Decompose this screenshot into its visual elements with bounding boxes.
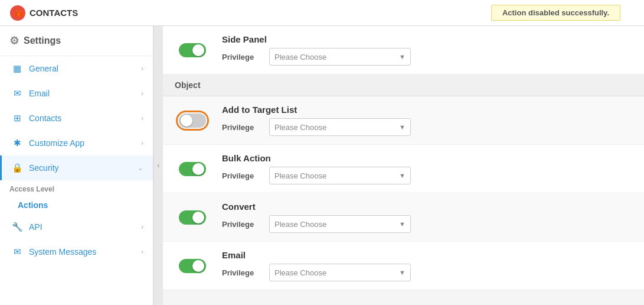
action-row-bulk-action: Bulk Action Privilege Please Choose ▼ (163, 145, 644, 193)
action-title-email: Email (222, 250, 632, 260)
privilege-row-add-target: Privilege Please Choose ▼ (222, 118, 632, 136)
dropdown-arrow-convert: ▼ (399, 220, 406, 228)
action-info-add-target: Add to Target List Privilege Please Choo… (222, 105, 632, 136)
content-area: Side Panel Privilege Please Choose ▼ Obj… (163, 26, 644, 305)
privilege-value-side-panel: Please Choose (274, 53, 326, 61)
sidebar-item-general[interactable]: ▦ General › (0, 56, 153, 81)
app-logo-icon: 🦀 (9, 5, 26, 21)
app-logo: 🦀 CONTACTS (9, 5, 78, 21)
nav-label-email: Email (29, 89, 141, 98)
chevron-security: ⌄ (138, 164, 143, 172)
toggle-bulk-action[interactable] (179, 162, 206, 176)
privilege-select-email[interactable]: Please Choose ▼ (269, 264, 411, 281)
action-row-add-to-target-list: Add to Target List Privilege Please Choo… (163, 96, 644, 145)
nav-label-api: API (29, 222, 141, 232)
dropdown-arrow-bulk-action: ▼ (399, 172, 406, 179)
wrench-icon: ✱ (11, 137, 23, 149)
action-row-side-panel: Side Panel Privilege Please Choose ▼ (163, 26, 644, 74)
sidebar-subitem-actions[interactable]: Actions (0, 196, 153, 215)
toggle-knob-email (192, 260, 204, 272)
toggle-knob-convert (192, 212, 204, 223)
settings-header: ⚙ Settings (0, 26, 153, 56)
app-name: CONTACTS (30, 8, 78, 18)
privilege-label-convert: Privilege (222, 220, 263, 229)
gear-icon: ⚙ (9, 34, 19, 47)
chevron-contacts: › (141, 114, 143, 122)
privilege-value-add-target: Please Choose (274, 123, 326, 132)
action-row-convert: Convert Privilege Please Choose ▼ (163, 193, 644, 242)
notification-text: Action disabled successfully. (502, 8, 609, 17)
toggle-knob-add-target (181, 115, 192, 126)
toggle-area-email (175, 259, 210, 273)
toggle-side-panel[interactable] (179, 43, 206, 57)
sidebar-item-customize-app[interactable]: ✱ Customize App › (0, 131, 153, 155)
privilege-select-side-panel[interactable]: Please Choose ▼ (269, 48, 411, 66)
sidebar-item-contacts[interactable]: ⊞ Contacts › (0, 106, 153, 131)
dropdown-arrow-add-target: ▼ (399, 124, 406, 131)
collapse-handle[interactable]: ‹ (153, 26, 163, 305)
privilege-label-add-target: Privilege (222, 123, 263, 132)
toggle-area-side-panel (175, 43, 210, 57)
sidebar-item-email[interactable]: ✉ Email › (0, 81, 153, 106)
dropdown-arrow-side-panel: ▼ (399, 53, 406, 60)
privilege-row-convert: Privilege Please Choose ▼ (222, 215, 632, 233)
nav-label-contacts: Contacts (29, 113, 141, 123)
notification-banner: Action disabled successfully. (491, 5, 620, 21)
toggle-area-bulk-action (175, 162, 210, 176)
toggle-knob-side-panel (192, 44, 204, 56)
privilege-label-side-panel: Privilege (222, 53, 263, 61)
toggle-email[interactable] (179, 259, 206, 273)
action-title-side-panel: Side Panel (222, 34, 632, 44)
chevron-system-messages: › (141, 248, 143, 256)
access-level-label: Access Level (0, 180, 153, 196)
nav-label-security: Security (29, 163, 138, 173)
toggle-area-add-target (175, 113, 210, 128)
toggle-convert[interactable] (179, 210, 206, 225)
action-title-convert: Convert (222, 202, 632, 212)
plug-icon: 🔧 (11, 221, 23, 233)
grid-icon: ▦ (11, 63, 23, 74)
dropdown-arrow-email: ▼ (399, 269, 406, 276)
chevron-email: › (141, 89, 143, 98)
sidebar-item-system-messages[interactable]: ✉ System Messages › (0, 239, 153, 264)
privilege-select-add-target[interactable]: Please Choose ▼ (269, 118, 411, 136)
lock-icon: 🔒 (11, 162, 23, 174)
privilege-row-email: Privilege Please Choose ▼ (222, 264, 632, 281)
privilege-value-convert: Please Choose (274, 220, 326, 229)
privilege-select-bulk-action[interactable]: Please Choose ▼ (269, 167, 411, 184)
top-bar: 🦀 CONTACTS Action disabled successfully. (0, 0, 644, 26)
privilege-value-email: Please Choose (274, 268, 326, 277)
privilege-row-bulk-action: Privilege Please Choose ▼ (222, 167, 632, 184)
action-info-side-panel: Side Panel Privilege Please Choose ▼ (222, 34, 632, 66)
chevron-customize-app: › (141, 139, 143, 147)
toggle-area-convert (175, 210, 210, 225)
nav-label-system-messages: System Messages (29, 247, 141, 257)
chevron-api: › (141, 223, 143, 231)
settings-label: Settings (24, 35, 61, 46)
privilege-select-convert[interactable]: Please Choose ▼ (269, 215, 411, 233)
table-icon: ⊞ (11, 112, 23, 124)
privilege-value-bulk-action: Please Choose (274, 171, 326, 180)
action-info-bulk-action: Bulk Action Privilege Please Choose ▼ (222, 153, 632, 184)
chevron-general: › (141, 64, 143, 73)
nav-label-customize-app: Customize App (29, 138, 141, 148)
action-title-add-target: Add to Target List (222, 105, 632, 115)
action-title-bulk-action: Bulk Action (222, 153, 632, 163)
privilege-label-bulk-action: Privilege (222, 171, 263, 180)
action-info-convert: Convert Privilege Please Choose ▼ (222, 202, 632, 233)
privilege-label-email: Privilege (222, 268, 263, 277)
sidebar-item-api[interactable]: 🔧 API › (0, 215, 153, 239)
action-info-email: Email Privilege Please Choose ▼ (222, 250, 632, 281)
toggle-knob-bulk-action (192, 163, 204, 175)
svg-text:🦀: 🦀 (14, 8, 24, 18)
sidebar: ⚙ Settings ▦ General › ✉ Email › ⊞ Conta… (0, 26, 153, 305)
privilege-row-side-panel: Privilege Please Choose ▼ (222, 48, 632, 66)
main-layout: ⚙ Settings ▦ General › ✉ Email › ⊞ Conta… (0, 26, 644, 305)
object-section-label: Object (163, 74, 644, 96)
action-row-email: Email Privilege Please Choose ▼ (163, 242, 644, 290)
nav-label-general: General (29, 64, 141, 73)
message-icon: ✉ (11, 246, 23, 258)
envelope-icon: ✉ (11, 87, 23, 99)
sidebar-item-security[interactable]: 🔒 Security ⌄ (0, 155, 153, 180)
toggle-add-target[interactable] (179, 113, 206, 128)
